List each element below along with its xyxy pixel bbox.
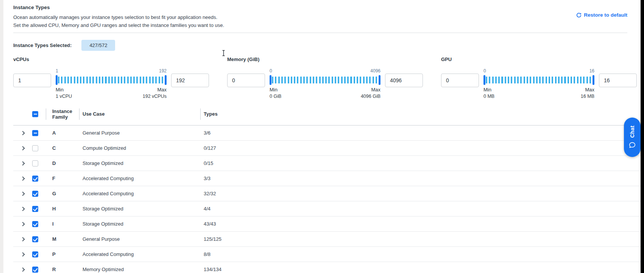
vcpus-min-handle[interactable] bbox=[56, 75, 58, 85]
gpu-slider-track[interactable] bbox=[483, 75, 594, 85]
expand-row-button[interactable] bbox=[17, 188, 28, 199]
gpu-max-handle[interactable] bbox=[593, 75, 594, 85]
select-all-checkbox[interactable] bbox=[32, 111, 38, 117]
vcpus-max-sub: 192 vCPUs bbox=[143, 94, 167, 99]
use-case-cell: Storage Optimized bbox=[79, 160, 200, 166]
chat-button[interactable]: Chat bbox=[624, 118, 641, 157]
table-row: D Storage Optimized 0/15 bbox=[13, 156, 641, 171]
use-case-cell: Storage Optimized bbox=[79, 221, 200, 227]
chevron-right-icon bbox=[20, 176, 25, 180]
table-row: C Compute Optimized 0/127 bbox=[13, 141, 641, 156]
gpu-min-input[interactable] bbox=[441, 74, 479, 87]
row-checkbox[interactable] bbox=[32, 236, 38, 242]
row-checkbox[interactable] bbox=[32, 221, 38, 227]
use-case-cell: Accelerated Computing bbox=[79, 191, 200, 196]
table-row: H Storage Optimized 4/4 bbox=[13, 201, 641, 217]
row-checkbox[interactable] bbox=[32, 191, 38, 197]
family-cell: C bbox=[46, 145, 79, 151]
vcpus-min-input[interactable] bbox=[13, 74, 51, 87]
row-checkbox[interactable] bbox=[32, 130, 38, 136]
row-checkbox[interactable] bbox=[32, 160, 38, 166]
row-checkbox[interactable] bbox=[32, 267, 38, 273]
table-row: F Accelerated Computing 3/3 bbox=[13, 171, 641, 186]
page-title: Instance Types bbox=[13, 5, 644, 10]
vcpus-max-input[interactable] bbox=[171, 74, 209, 87]
family-cell: D bbox=[46, 160, 79, 166]
family-cell: M bbox=[46, 236, 79, 242]
expand-row-button[interactable] bbox=[17, 249, 28, 260]
memory-slider-group: Memory (GiB) 0 4096 Min Max 0 GiB bbox=[227, 56, 423, 99]
family-cell: I bbox=[46, 221, 79, 227]
vcpus-min-sub: 1 vCPU bbox=[56, 94, 72, 99]
types-cell: 0/127 bbox=[200, 145, 641, 151]
row-checkbox[interactable] bbox=[32, 206, 38, 212]
restore-label: Restore to default bbox=[584, 12, 627, 18]
use-case-cell: Compute Optimized bbox=[79, 145, 200, 151]
chat-bubble-icon bbox=[628, 141, 636, 149]
gpu-min-handle[interactable] bbox=[483, 75, 485, 85]
expand-row-button[interactable] bbox=[17, 173, 28, 184]
use-case-cell: General Purpose bbox=[79, 130, 200, 136]
gpu-max-input[interactable] bbox=[599, 74, 637, 87]
memory-slider-track[interactable] bbox=[270, 75, 380, 85]
vcpus-max-handle[interactable] bbox=[165, 75, 167, 85]
gpu-min-sub: 0 MB bbox=[483, 94, 494, 99]
slider-ticks bbox=[486, 77, 592, 83]
memory-min-handle[interactable] bbox=[270, 75, 271, 85]
memory-min-sub: 0 GiB bbox=[270, 94, 281, 99]
vcpus-slider-track[interactable] bbox=[56, 75, 167, 85]
expand-row-button[interactable] bbox=[17, 128, 28, 138]
chevron-right-icon bbox=[20, 222, 25, 226]
slider-ticks bbox=[58, 77, 164, 83]
chevron-right-icon bbox=[20, 207, 25, 211]
memory-label: Memory (GiB) bbox=[227, 56, 423, 62]
expand-row-button[interactable] bbox=[17, 264, 28, 273]
row-checkbox[interactable] bbox=[32, 251, 38, 257]
types-cell: 3/6 bbox=[200, 130, 641, 136]
memory-min-input[interactable] bbox=[227, 74, 265, 87]
expand-row-button[interactable] bbox=[17, 143, 28, 154]
gpu-min-tick-label: 0 bbox=[483, 68, 486, 74]
selected-summary: Instance Types Selected: 427/572 bbox=[13, 39, 644, 51]
instance-family-table: Instance Family Use Case Types A General… bbox=[13, 103, 641, 273]
row-checkbox[interactable] bbox=[32, 145, 38, 151]
memory-min-tick-label: 0 bbox=[270, 68, 272, 74]
table-row: P Accelerated Computing 8/8 bbox=[13, 247, 641, 262]
header-divider bbox=[13, 33, 627, 33]
use-case-cell: Accelerated Computing bbox=[79, 176, 200, 181]
restore-refresh-icon bbox=[576, 13, 582, 18]
range-sliders-section: vCPUs 1 192 Min Max 1 vCPU bbox=[13, 56, 637, 99]
chevron-right-icon bbox=[20, 161, 25, 165]
use-case-cell: General Purpose bbox=[79, 236, 200, 242]
row-checkbox[interactable] bbox=[32, 176, 38, 182]
table-body: A General Purpose 3/6 C Compute Optimize… bbox=[13, 126, 641, 273]
use-case-cell: Accelerated Computing bbox=[79, 251, 200, 257]
types-cell: 3/3 bbox=[200, 176, 641, 181]
vcpus-max-tick-label: 192 bbox=[159, 68, 167, 74]
restore-to-default-button[interactable]: Restore to default bbox=[576, 12, 627, 18]
left-edge-strip bbox=[0, 0, 3, 273]
types-cell: 32/32 bbox=[200, 191, 641, 196]
expand-row-button[interactable] bbox=[17, 219, 28, 229]
selected-count-badge: 427/572 bbox=[81, 40, 115, 51]
types-cell: 0/15 bbox=[200, 160, 641, 166]
family-cell: G bbox=[46, 191, 79, 196]
right-edge-strip bbox=[641, 0, 644, 273]
max-caption: Max bbox=[157, 87, 167, 93]
types-cell: 43/43 bbox=[200, 221, 641, 227]
expand-row-button[interactable] bbox=[17, 234, 28, 245]
memory-max-handle[interactable] bbox=[379, 75, 380, 85]
description-line-1: Ocean automatically manages your instanc… bbox=[13, 13, 644, 21]
column-header-use-case: Use Case bbox=[79, 111, 200, 117]
expand-row-button[interactable] bbox=[17, 158, 28, 169]
expand-row-button[interactable] bbox=[17, 204, 28, 214]
table-row: A General Purpose 3/6 bbox=[13, 126, 641, 141]
gpu-max-tick-label: 16 bbox=[589, 68, 594, 74]
memory-max-input[interactable] bbox=[385, 74, 423, 87]
family-cell: P bbox=[46, 251, 79, 257]
family-cell: F bbox=[46, 176, 79, 181]
max-caption: Max bbox=[371, 87, 380, 93]
gpu-label: GPU bbox=[441, 56, 637, 62]
chevron-right-icon bbox=[20, 267, 25, 271]
chevron-right-icon bbox=[20, 146, 25, 150]
